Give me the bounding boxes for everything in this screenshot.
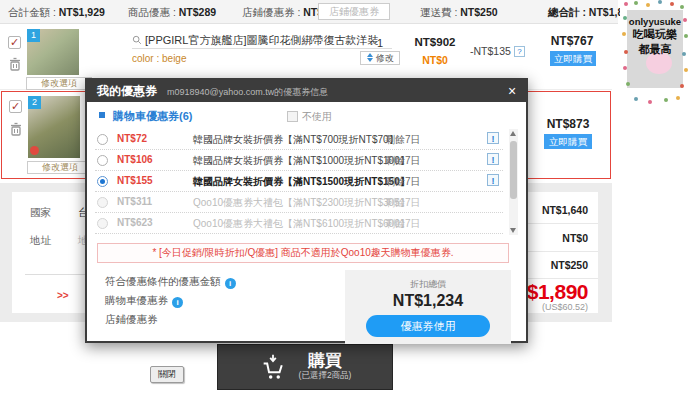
up-down-arrows-icon (366, 53, 373, 62)
item2-product-image[interactable]: 2 (28, 96, 80, 158)
radio-icon-disabled (97, 218, 108, 229)
item1-title[interactable]: [PPGIRL官方旗艦店]圖騰印花側綁帶復古款洋裝 (132, 33, 378, 48)
coupon-days-left: 剩餘7日 (385, 133, 421, 147)
ad-text-line2: 吃喝玩樂 (620, 27, 690, 42)
purchase-button-label: 購買 (299, 352, 352, 370)
coupon-amount: NT$155 (117, 175, 153, 186)
no-use-checkbox[interactable]: 不使用 (287, 110, 332, 124)
my-coupons-modal: 我的優惠券 m0918940@yahoo.com.tw的優惠券信息 × 購物車優… (85, 78, 528, 343)
modal-body: 購物車優惠券(6) 不使用 NT$72 韓國品牌女裝折價券【滿NT$700現折N… (87, 102, 526, 341)
divider (132, 48, 392, 49)
coupon-days-left: 剩餘7日 (385, 175, 421, 189)
coupon-amount: NT$106 (117, 154, 153, 165)
coupon-row[interactable]: NT$106 韓國品牌女裝折價券【滿NT$1000現折NT$100】 剩餘7日 … (95, 150, 503, 171)
item1-discount: -NT$135? (470, 45, 525, 57)
item1-number-badge: 1 (27, 29, 40, 42)
item2-promo-badge (30, 146, 39, 155)
item2-checkbox[interactable]: ✓ (9, 100, 22, 113)
close-icon[interactable]: × (504, 80, 520, 102)
close-page-button[interactable]: 關閉 (150, 366, 184, 383)
info-icon[interactable]: i (172, 297, 183, 308)
coupon-amount: NT$311 (117, 196, 152, 207)
more-link[interactable]: >> (57, 290, 69, 301)
search-icon (132, 35, 142, 45)
coupon-amount: NT$623 (117, 217, 153, 228)
shop-coupon-button[interactable]: 店鋪優惠券 (318, 3, 390, 20)
coupon-desc: Qoo10優惠券大禮包【滿NT$2300現折NT$305】 (193, 196, 410, 210)
bullet-icon (99, 112, 105, 118)
item-discount-label: 商品優惠 : NT$289 (128, 6, 216, 20)
coupon-row-selected[interactable]: NT$155 韓國品牌女裝折價券【滿NT$1500現折NT$150】 剩餘7日 … (95, 171, 503, 192)
shop-coupon-amount: 店鋪優惠券 : NT$0 (242, 6, 329, 20)
radio-icon[interactable] (97, 155, 108, 166)
radio-icon-selected[interactable] (97, 176, 108, 187)
coupon-info-icon[interactable]: ! (487, 153, 499, 165)
coupon-list: NT$72 韓國品牌女裝折價券【滿NT$700現折NT$70】 剩餘7日 ! N… (95, 129, 503, 234)
item1-coupon-price: NT$0 (404, 54, 466, 66)
side-ad-column: onlyyusuke 吃喝玩樂 都最高 (620, 0, 690, 419)
cart-icon (259, 353, 287, 381)
apply-coupon-button[interactable]: 優惠券使用 (366, 315, 490, 337)
item1-buy-now-button[interactable]: 立即購買 (550, 51, 596, 66)
scroll-down-arrow-icon[interactable] (510, 228, 516, 233)
ad-banner[interactable]: onlyyusuke 吃喝玩樂 都最高 (620, 0, 690, 110)
item1-edit-options-button[interactable]: 修改選項 (26, 77, 92, 90)
coupon-row-disabled: NT$311 Qoo10優惠券大禮包【滿NT$2300現折NT$305】 剩餘7… (95, 192, 503, 213)
scrollbar-thumb[interactable] (510, 141, 517, 199)
item1-quantity: 1 (366, 37, 394, 49)
item1-checkbox[interactable]: ✓ (8, 36, 21, 49)
item1-option: color : beige (132, 53, 186, 64)
ad-text-line1: onlyyusuke (620, 16, 690, 27)
trash-icon[interactable] (8, 57, 22, 72)
coupon-desc: 韓國品牌女裝折價券【滿NT$700現折NT$70】 (193, 133, 399, 147)
floral-decoration (624, 2, 628, 6)
coupon-days-left: 剩餘7日 (385, 217, 421, 231)
info-icon[interactable]: i (225, 278, 236, 289)
item1-price: NT$902 (404, 36, 466, 48)
purchase-button[interactable]: 購買 (已選擇2商品) (217, 344, 393, 390)
modal-title: 我的優惠券 (97, 84, 157, 98)
cart-coupon-section-title: 購物車優惠券(6) (99, 109, 193, 125)
item2-buy-now-button[interactable]: 立即購買 (544, 134, 592, 149)
modal-subtitle: m0918940@yahoo.com.tw的優惠券信息 (167, 87, 328, 97)
coupon-desc: 韓國品牌女裝折價券【滿NT$1000現折NT$100】 (193, 154, 410, 168)
discount-total-label: 折扣總價 (345, 278, 511, 291)
coupon-days-left: 剩餘7日 (385, 196, 421, 210)
modal-header: 我的優惠券 m0918940@yahoo.com.tw的優惠券信息 × (87, 80, 526, 102)
item1-final-price: NT$767 (546, 34, 598, 48)
radio-icon[interactable] (97, 134, 108, 145)
coupon-info-icon[interactable]: ! (487, 132, 499, 144)
address-label: 地址 (30, 234, 51, 248)
coupon-info-icon[interactable]: ! (487, 174, 499, 186)
cart-total-label: 合計金額 : NT$1,929 (8, 6, 105, 20)
radio-icon-disabled (97, 197, 108, 208)
coupon-row[interactable]: NT$72 韓國品牌女裝折價券【滿NT$700現折NT$70】 剩餘7日 ! (95, 129, 503, 150)
purchase-button-sublabel: (已選擇2商品) (299, 370, 352, 382)
scroll-up-arrow-icon[interactable] (510, 131, 516, 136)
country-label: 國家 (30, 206, 51, 220)
divider (25, 274, 87, 275)
item2-number-badge: 2 (28, 96, 41, 109)
help-icon[interactable]: ? (514, 46, 525, 57)
checkbox-icon (287, 111, 298, 122)
item1-product-image[interactable]: 1 (27, 29, 79, 75)
coupon-amount: NT$72 (117, 133, 147, 144)
trash-icon[interactable] (9, 122, 23, 137)
coupon-warning: * [今日促銷/限時折扣/Q優惠] 商品不適用於Qoo10趣天購物車優惠券. (97, 243, 509, 263)
shipping-fee-label: 運送費 : NT$250 (420, 6, 498, 20)
coupon-desc: 韓國品牌女裝折價券【滿NT$1500現折NT$150】 (193, 175, 410, 189)
item1-quantity-modify-button[interactable]: 修改 (360, 51, 400, 65)
coupon-row-disabled: NT$623 Qoo10優惠券大禮包【滿NT$6100現折NT$600】 剩餘7… (95, 213, 503, 234)
coupon-desc: Qoo10優惠券大禮包【滿NT$6100現折NT$600】 (193, 217, 410, 231)
coupon-days-left: 剩餘7日 (385, 154, 421, 168)
discount-total-value: NT$1,234 (345, 292, 511, 310)
ad-text-line3: 都最高 (620, 42, 690, 57)
coupon-list-scrollbar[interactable] (509, 129, 518, 235)
item2-edit-options-button[interactable]: 修改選項 (27, 161, 93, 174)
discount-total-box: 折扣總價 NT$1,234 優惠券使用 (345, 270, 511, 344)
order-summary-bar: 合計金額 : NT$1,929 商品優惠 : NT$289 店鋪優惠券 : NT… (0, 0, 618, 24)
item2-final-price: NT$873 (542, 117, 594, 131)
